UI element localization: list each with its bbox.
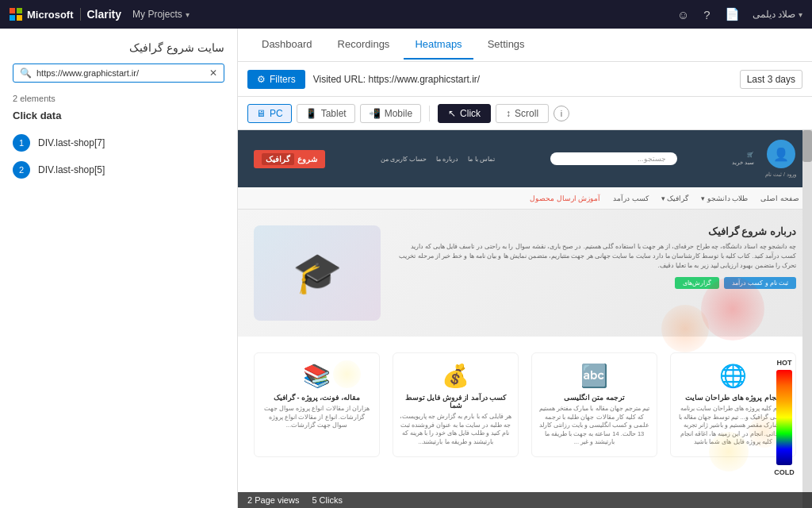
smiley-icon[interactable]: ☺ <box>676 6 691 23</box>
main-layout: سایت شروع گرافیک 🔍 ✕ 2 elements Click da… <box>0 29 812 508</box>
hero-primary-btn[interactable]: ثبت نام و کسب درآمد <box>724 277 796 289</box>
hero-secondary-btn[interactable]: گزارش‌های <box>675 277 719 289</box>
clear-icon[interactable]: ✕ <box>209 67 217 79</box>
click-item-1-label: DIV.last-shop[7] <box>38 137 105 148</box>
search-icon: 🔍 <box>20 67 32 79</box>
tab-recordings[interactable]: Recordings <box>327 30 401 60</box>
click-item-2-num: 2 <box>13 161 30 179</box>
service-card-2: 💰 کسب درآمد از فروش فایل توسط شما هر فای… <box>393 352 519 457</box>
logo-divider <box>80 8 81 21</box>
service-2-desc: هر فایلی که با بارم به گزارش جه پاریویست… <box>400 413 511 446</box>
hero-buttons: ثبت نام و کسب درآمد گزارش‌های <box>396 277 796 289</box>
url-search-input[interactable] <box>36 68 205 78</box>
top-bar-right: ☺ ? 📄 صلاد دیلمی ▾ <box>676 6 802 23</box>
hero-desc: چه دانشجو چه استاد دانشگاه، چه طراح حرفه… <box>396 242 796 271</box>
cold-label: COLD <box>774 468 795 476</box>
pc-label: PC <box>270 108 283 119</box>
chevron-down-icon: ▾ <box>186 10 190 19</box>
clicks-stat: 5 Clicks <box>312 495 343 505</box>
microsoft-label: Microsoft <box>27 9 74 21</box>
filter-icon: ⚙ <box>257 74 266 85</box>
hero-title: درباره شروع گرافیک <box>396 225 796 237</box>
visited-url: Visited URL: https://www.graphicstart.ir… <box>313 74 732 85</box>
click-data-title: Click data <box>13 110 224 121</box>
scroll-icon: ↕ <box>506 108 511 119</box>
pc-icon: 🖥 <box>256 108 266 119</box>
service-1-desc: هزاران از مقالات انواع پروژه سوال جهت گز… <box>261 405 373 430</box>
elements-count: 2 elements <box>13 94 224 103</box>
service-2-title: کسب درآمد از فروش فایل توسط شما <box>400 394 511 410</box>
service-3-desc: تیم مترجم جهان مقاله با مبارک مفتخر هستی… <box>538 405 650 447</box>
mobile-label: Mobile <box>385 108 412 119</box>
heatmap-container: 👤 ورود / ثبت نام 🛒 سبد خرید جستجو... تما… <box>238 130 812 508</box>
scrollbar-thumb[interactable] <box>802 130 812 162</box>
info-icon[interactable]: i <box>553 106 569 121</box>
device-tablet-button[interactable]: 📱 Tablet <box>297 104 355 123</box>
controls-separator <box>429 106 430 121</box>
subnav-projects: گرافیک ▾ <box>661 194 689 202</box>
document-icon[interactable]: 📄 <box>723 6 741 23</box>
heat-gradient-bar <box>776 370 792 465</box>
service-card-3: 🔤 ترجمه متن انگلیسی تیم مترجم جهان مقاله… <box>531 352 657 457</box>
tab-settings[interactable]: Settings <box>477 30 536 60</box>
service-1-title: مقاله، فونت، پروژه - گرافیک <box>261 394 373 402</box>
help-icon[interactable]: ? <box>702 6 711 23</box>
microsoft-logo: Microsoft <box>10 8 74 21</box>
hero-text: درباره شروع گرافیک چه دانشجو چه استاد دا… <box>396 225 796 321</box>
website-search: جستجو... <box>550 152 677 165</box>
subnav-home: صفحه اصلی <box>760 194 799 202</box>
sidebar: سایت شروع گرافیک 🔍 ✕ 2 elements Click da… <box>0 29 238 508</box>
user-chevron-icon: ▾ <box>799 10 802 19</box>
clicks-label: 5 Clicks <box>312 495 343 505</box>
click-icon: ↖ <box>448 108 456 119</box>
page-views-stat: 2 Page views <box>247 495 299 505</box>
scroll-label: Scroll <box>515 108 538 119</box>
view-click-button[interactable]: ↖ Click <box>438 104 491 123</box>
website-logo: شروع گرافیک <box>254 150 325 168</box>
toolbar: ⚙ Filters Visited URL: https://www.graph… <box>238 62 812 97</box>
filters-button[interactable]: ⚙ Filters <box>247 70 305 89</box>
click-item-1[interactable]: 1 DIV.last-shop[7] <box>13 129 224 156</box>
user-name-label: صلاد دیلمی <box>753 9 795 20</box>
tablet-label: Tablet <box>321 108 347 119</box>
website-subnav: صفحه اصلی طلاب دانشجو ▾ گرافیک ▾ کسب درآ… <box>238 187 812 210</box>
page-views-label: 2 Page views <box>247 495 299 505</box>
subnav-students: طلاب دانشجو ▾ <box>701 194 748 202</box>
website-nav: تماس با ما درباره ما حساب کاربری من <box>381 156 495 163</box>
view-controls: 🖥 PC 📱 Tablet 📲 Mobile ↖ Click ↕ Scroll … <box>238 97 812 130</box>
click-item-2[interactable]: 2 DIV.last-shop[5] <box>13 156 224 183</box>
tab-heatmaps[interactable]: Heatmaps <box>404 30 473 60</box>
click-item-1-num: 1 <box>13 134 30 152</box>
website-preview: 👤 ورود / ثبت نام 🛒 سبد خرید جستجو... تما… <box>238 130 812 508</box>
click-label: Click <box>460 108 481 119</box>
stats-bar: 2 Page views 5 Clicks <box>238 492 812 508</box>
tablet-icon: 📱 <box>305 108 317 119</box>
heatmap-scrollbar[interactable] <box>802 130 812 508</box>
click-item-2-label: DIV.last-shop[5] <box>38 164 105 175</box>
hero-image: 🎓 <box>254 225 381 321</box>
site-title: سایت شروع گرافیک <box>13 41 224 54</box>
website-header: 👤 ورود / ثبت نام 🛒 سبد خرید جستجو... تما… <box>238 130 812 187</box>
top-bar: Microsoft Clarity My Projects ▾ ☺ ? 📄 صل… <box>0 0 812 29</box>
nav-tabs: Dashboard Recordings Heatmaps Settings <box>238 29 812 62</box>
mobile-icon: 📲 <box>369 108 381 119</box>
content-area: Dashboard Recordings Heatmaps Settings ⚙… <box>238 29 812 508</box>
my-projects-button[interactable]: My Projects ▾ <box>128 7 194 21</box>
heat-legend: HOT COLD <box>772 359 796 476</box>
service-3-title: ترجمه متن انگلیسی <box>538 394 650 402</box>
my-projects-label: My Projects <box>132 9 182 20</box>
user-profile[interactable]: صلاد دیلمی ▾ <box>753 9 802 20</box>
device-mobile-button[interactable]: 📲 Mobile <box>360 104 421 123</box>
clarity-label: Clarity <box>87 8 122 21</box>
website-services: 🌐 انجام پروژه های طراحان سایت انجام کلیه… <box>238 337 812 473</box>
tab-dashboard[interactable]: Dashboard <box>251 30 324 60</box>
filters-label: Filters <box>270 74 296 85</box>
subnav-upload: آموزش ارسال محصول <box>530 194 600 202</box>
device-pc-button[interactable]: 🖥 PC <box>247 104 292 123</box>
hot-label: HOT <box>777 359 792 367</box>
top-bar-left: Microsoft Clarity My Projects ▾ <box>10 7 194 21</box>
search-box[interactable]: 🔍 ✕ <box>13 64 224 83</box>
service-2-icon: 💰 <box>400 363 511 389</box>
date-range-selector[interactable]: Last 3 days <box>740 70 802 89</box>
view-scroll-button[interactable]: ↕ Scroll <box>496 104 549 123</box>
